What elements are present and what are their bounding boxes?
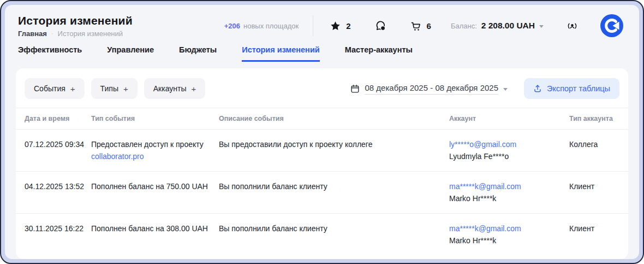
plus-icon: + [123, 85, 128, 93]
messages-button[interactable] [375, 20, 386, 32]
history-table: Дата и время Тип события Описание событи… [16, 108, 628, 255]
account-name: Marko Hr****k [449, 193, 563, 204]
tab-change-history[interactable]: История изменений [242, 45, 319, 62]
title-block: История изменений Главная · История изме… [18, 14, 144, 38]
balance-label: Баланс: [451, 22, 477, 30]
export-table-button[interactable]: Экспорт таблицы [524, 78, 619, 99]
date-range-value: 08 декабря 2025 - 08 декабря 2025 [365, 83, 498, 95]
cell-description: Вы пополнили баланс клиенту [219, 214, 449, 255]
cell-account-type: Клиент [569, 172, 619, 213]
filters-right: 08 декабря 2025 - 08 декабря 2025 Экспор… [350, 78, 619, 99]
new-platforms-label: новых площадок [243, 22, 299, 30]
upload-icon [533, 84, 542, 93]
account-name: Lyudmyla Fe****o [449, 151, 563, 162]
app-window: История изменений Главная · История изме… [5, 5, 639, 259]
filter-events-label: События [34, 84, 65, 93]
breadcrumb-home-link[interactable]: Главная [18, 30, 47, 38]
cell-account: ma*****k@gmail.com Marko Hr****k [449, 214, 569, 255]
tab-management[interactable]: Управление [107, 45, 154, 62]
balance-value: 2 208.00 UAH [481, 21, 535, 31]
date-range-picker[interactable]: 08 декабря 2025 - 08 декабря 2025 [350, 83, 508, 95]
favorites-counter[interactable]: 2 [330, 20, 350, 32]
cell-account: ma*****k@gmail.com Marko Hr****k [449, 172, 569, 213]
chevron-down-icon [503, 88, 508, 91]
account-email-link[interactable]: ly*****o@gmail.com [449, 139, 563, 150]
cell-event-type: Пополнен баланс на 750.00 UAH [91, 172, 219, 213]
filter-accounts-label: Аккаунты [153, 84, 187, 93]
page-title: История изменений [18, 14, 144, 27]
filter-accounts-button[interactable]: Аккаунты + [144, 78, 206, 99]
cell-account-type: Клиент [569, 214, 619, 255]
table-row: 07.12.2025 09:34 Предоставлен доступ к п… [16, 130, 628, 172]
broadcast-person-icon [567, 20, 578, 32]
calendar-icon [350, 84, 360, 93]
chat-icon [375, 20, 386, 32]
cell-account: ly*****o@gmail.com Lyudmyla Fe****o [449, 130, 569, 171]
plus-icon: + [191, 85, 196, 93]
account-email-link[interactable]: ma*****k@gmail.com [449, 223, 563, 234]
plus-icon: + [70, 85, 75, 93]
chevron-down-icon [539, 25, 544, 28]
notifications-button[interactable] [567, 20, 578, 32]
table-header-row: Дата и время Тип события Описание событи… [16, 108, 628, 130]
cell-datetime: 07.12.2025 09:34 [25, 130, 91, 171]
content-card: События + Типы + Аккаунты + [16, 68, 628, 259]
cell-account-type: Коллега [569, 130, 619, 171]
collaborator-logo-icon [600, 14, 624, 38]
browser-frame: История изменений Главная · История изме… [0, 0, 644, 264]
new-platforms-count: +206 [224, 22, 240, 30]
project-link[interactable]: collaborator.pro [91, 151, 212, 162]
table-row: 30.11.2025 16:22 Пополнен баланс на 308.… [16, 214, 628, 255]
cell-description: Вы пополнили баланс клиенту [219, 172, 449, 213]
filter-types-label: Типы [100, 84, 118, 93]
balance-dropdown[interactable]: Баланс: 2 208.00 UAH [451, 21, 544, 31]
cart-counter[interactable]: 6 [410, 20, 431, 32]
tab-budgets[interactable]: Бюджеты [179, 45, 217, 62]
breadcrumb: Главная · История изменений [18, 30, 144, 38]
cell-event-type: Пополнен баланс на 308.00 UAH [91, 214, 219, 255]
page-header: История изменений Главная · История изме… [5, 5, 639, 38]
filter-events-button[interactable]: События + [25, 78, 85, 99]
account-name: Marko Hr****k [449, 235, 563, 246]
breadcrumb-current: История изменений [58, 30, 123, 38]
favorites-count: 2 [346, 21, 350, 31]
filters-bar: События + Типы + Аккаунты + [16, 68, 628, 108]
header-divider [313, 15, 313, 36]
column-header-datetime: Дата и время [25, 108, 91, 129]
section-tabs: Эффективность Управление Бюджеты История… [5, 38, 639, 62]
filter-chips: События + Типы + Аккаунты + [25, 78, 205, 99]
cell-description: Вы предоставили доступ к проекту коллеге [219, 130, 449, 171]
tab-effectiveness[interactable]: Эффективность [18, 45, 82, 62]
cell-datetime: 04.12.2025 13:52 [25, 172, 91, 213]
star-icon [330, 20, 341, 32]
cart-count: 6 [427, 21, 431, 31]
table-row: 04.12.2025 13:52 Пополнен баланс на 750.… [16, 172, 628, 214]
column-header-event-type: Тип события [91, 108, 219, 129]
cell-event-type: Предоставлен доступ к проекту collaborat… [91, 130, 219, 171]
column-header-account: Аккаунт [449, 108, 569, 129]
new-platforms-notice[interactable]: +206 новых площадок [224, 22, 299, 30]
column-header-description: Описание события [219, 108, 449, 129]
export-table-label: Экспорт таблицы [547, 84, 610, 93]
account-email-link[interactable]: ma*****k@gmail.com [449, 181, 563, 192]
filter-types-button[interactable]: Типы + [91, 78, 138, 99]
cart-icon [410, 20, 422, 32]
column-header-account-type: Тип аккаунта [569, 108, 619, 129]
tab-master-accounts[interactable]: Мастер-аккаунты [345, 45, 413, 62]
cell-datetime: 30.11.2025 16:22 [25, 214, 91, 255]
account-logo[interactable] [600, 14, 624, 38]
breadcrumb-separator: · [51, 30, 53, 37]
event-type-text: Предоставлен доступ к проекту [91, 139, 212, 150]
